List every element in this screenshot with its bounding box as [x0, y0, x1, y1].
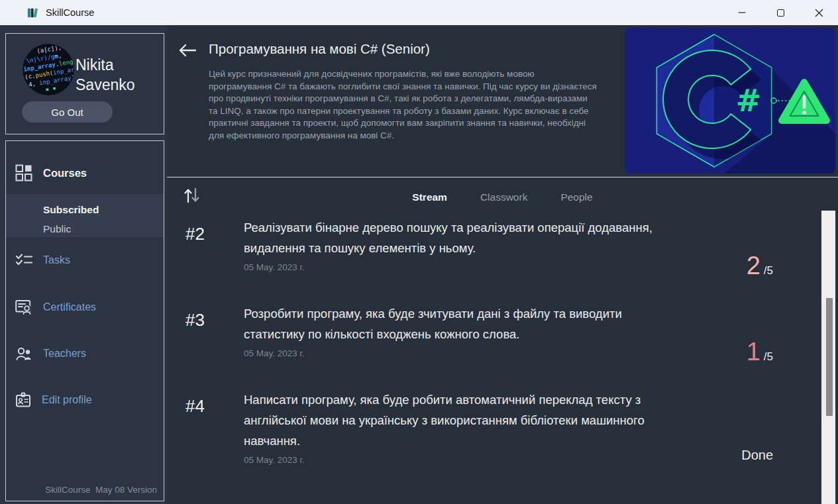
- task-number: #2: [185, 224, 205, 244]
- task-number: #4: [185, 396, 205, 417]
- user-first-name: Nikita: [76, 55, 135, 75]
- task-body: Реалізувати бінарне дерево пошуку та реа…: [244, 217, 678, 272]
- task-score: 2/5: [747, 252, 773, 279]
- logout-button[interactable]: Go Out: [22, 101, 113, 123]
- people-icon: [15, 346, 32, 361]
- task-body: Написати програму, яка буде робити автом…: [244, 389, 678, 465]
- maximize-icon: [777, 9, 784, 17]
- sidebar-item-edit-profile[interactable]: Edit profile: [15, 390, 158, 410]
- avatar: (a[c]), \n|\r)/gm, inp_array.leng (c.pus…: [23, 44, 74, 95]
- id-badge-icon: [15, 392, 31, 408]
- sidebar-item-label: Courses: [43, 167, 87, 179]
- task-date: 05 May. 2023 г.: [244, 455, 678, 465]
- svg-text:#: #: [736, 83, 762, 119]
- task-score: 1/5: [747, 338, 773, 366]
- grid-icon: [15, 164, 32, 181]
- task-date: 05 May. 2023 г.: [244, 348, 678, 358]
- window-title: SkillCourse: [46, 7, 94, 18]
- courses-submenu: Subscribed Public: [6, 194, 164, 237]
- titlebar: SkillCourse: [0, 0, 838, 25]
- sidebar-item-label: Tasks: [43, 254, 70, 266]
- score-suffix: /5: [764, 264, 773, 277]
- task-text: Розробити програму, яка буде зчитувати д…: [244, 303, 678, 344]
- tab-people[interactable]: People: [560, 191, 592, 203]
- tab-classwork[interactable]: Classwork: [480, 191, 527, 203]
- sidebar-item-public[interactable]: Public: [43, 219, 164, 238]
- score-suffix: /5: [764, 350, 773, 363]
- nav-card: Courses Subscribed Public Tasks: [5, 140, 164, 501]
- status-label: Done: [741, 448, 773, 462]
- divider: [167, 177, 838, 177]
- window-controls: [723, 0, 838, 25]
- close-icon: [815, 9, 823, 17]
- task-date: 05 May. 2023 г.: [244, 262, 678, 272]
- sidebar-item-label: Edit profile: [42, 394, 92, 406]
- close-button[interactable]: [800, 0, 838, 25]
- task-text: Написати програму, яка буде робити автом…: [244, 389, 678, 451]
- score-value: 2: [747, 252, 760, 279]
- task-text: Реалізувати бінарне дерево пошуку та реа…: [244, 217, 678, 258]
- sidebar-item-label: Teachers: [43, 348, 86, 360]
- arrow-left-icon: [178, 42, 197, 58]
- csharp-logo-artwork: #: [625, 28, 835, 174]
- score-value: 1: [747, 338, 760, 366]
- checklist-icon: [15, 253, 32, 268]
- task-status: Done: [741, 448, 773, 463]
- user-name: Nikita Savenko: [76, 55, 135, 95]
- sidebar-item-subscribed[interactable]: Subscribed: [43, 200, 164, 219]
- back-button[interactable]: [178, 42, 197, 58]
- task-number: #3: [185, 310, 205, 330]
- sidebar: (a[c]), \n|\r)/gm, inp_array.leng (c.pus…: [0, 25, 167, 504]
- app-window: SkillCourse (a[c]),: [0, 0, 838, 504]
- task-row[interactable]: #4 Написати програму, яка буде робити ав…: [167, 389, 838, 495]
- task-body: Розробити програму, яка буде зчитувати д…: [244, 303, 678, 358]
- tab-stream[interactable]: Stream: [412, 191, 447, 203]
- task-row[interactable]: #3 Розробити програму, яка буде зчитуват…: [167, 303, 838, 389]
- scrollbar[interactable]: [821, 211, 835, 504]
- sidebar-item-label: Certificates: [43, 301, 96, 313]
- minimize-icon: [738, 9, 746, 17]
- sidebar-item-certificates[interactable]: Certificates: [15, 297, 158, 317]
- scrollbar-thumb[interactable]: [826, 298, 833, 416]
- maximize-button[interactable]: [761, 0, 800, 25]
- course-description: Цей курс призначений для досвідчених про…: [209, 68, 598, 142]
- task-row[interactable]: #2 Реалізувати бінарне дерево пошуку та …: [167, 217, 838, 303]
- version-label: SkillCourse May 08 Version: [45, 485, 157, 495]
- course-title: Програмування на мові C# (Senior): [209, 41, 430, 57]
- certificate-icon: [15, 299, 32, 315]
- sidebar-item-teachers[interactable]: Teachers: [15, 344, 158, 364]
- profile-card: (a[c]), \n|\r)/gm, inp_array.leng (c.pus…: [5, 33, 164, 134]
- sidebar-item-courses[interactable]: Courses: [15, 163, 158, 183]
- minimize-button[interactable]: [723, 0, 761, 25]
- user-last-name: Savenko: [76, 75, 135, 95]
- course-image: #: [625, 28, 835, 174]
- app-logo-icon: [26, 7, 39, 19]
- tabs: Stream Classwork People: [167, 191, 838, 203]
- main-panel: Програмування на мові C# (Senior) Цей ку…: [167, 25, 838, 504]
- sidebar-item-tasks[interactable]: Tasks: [15, 250, 158, 270]
